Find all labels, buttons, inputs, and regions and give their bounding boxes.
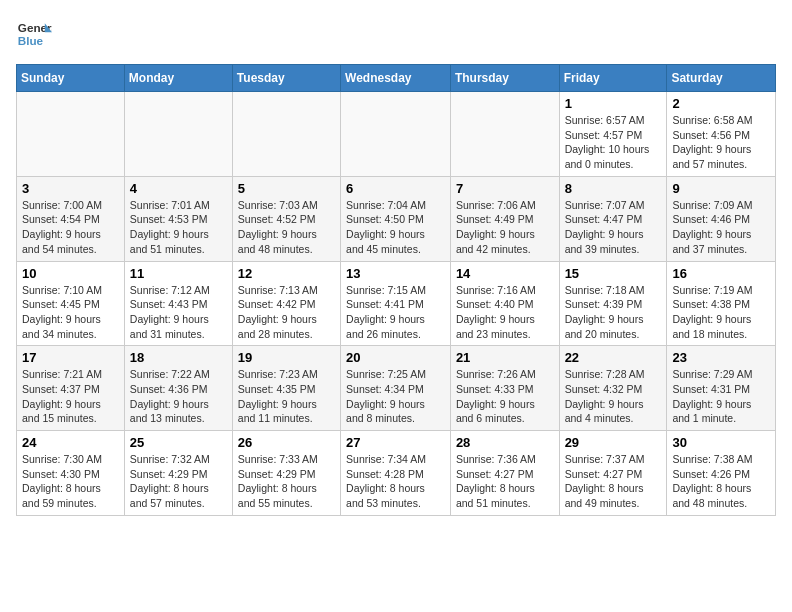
day-info: Sunrise: 7:03 AM Sunset: 4:52 PM Dayligh… [238, 198, 335, 257]
day-number: 7 [456, 181, 554, 196]
day-info: Sunrise: 7:21 AM Sunset: 4:37 PM Dayligh… [22, 367, 119, 426]
day-info: Sunrise: 7:22 AM Sunset: 4:36 PM Dayligh… [130, 367, 227, 426]
calendar-cell: 25Sunrise: 7:32 AM Sunset: 4:29 PM Dayli… [124, 431, 232, 516]
calendar-cell [232, 92, 340, 177]
day-number: 11 [130, 266, 227, 281]
day-info: Sunrise: 7:12 AM Sunset: 4:43 PM Dayligh… [130, 283, 227, 342]
page-header: General Blue [16, 16, 776, 52]
calendar-cell: 9Sunrise: 7:09 AM Sunset: 4:46 PM Daylig… [667, 176, 776, 261]
day-info: Sunrise: 7:32 AM Sunset: 4:29 PM Dayligh… [130, 452, 227, 511]
day-info: Sunrise: 7:15 AM Sunset: 4:41 PM Dayligh… [346, 283, 445, 342]
day-number: 29 [565, 435, 662, 450]
day-info: Sunrise: 7:23 AM Sunset: 4:35 PM Dayligh… [238, 367, 335, 426]
day-info: Sunrise: 7:10 AM Sunset: 4:45 PM Dayligh… [22, 283, 119, 342]
day-info: Sunrise: 7:16 AM Sunset: 4:40 PM Dayligh… [456, 283, 554, 342]
calendar-cell: 21Sunrise: 7:26 AM Sunset: 4:33 PM Dayli… [450, 346, 559, 431]
day-number: 3 [22, 181, 119, 196]
day-number: 6 [346, 181, 445, 196]
day-info: Sunrise: 7:18 AM Sunset: 4:39 PM Dayligh… [565, 283, 662, 342]
day-number: 5 [238, 181, 335, 196]
calendar-week-row: 1Sunrise: 6:57 AM Sunset: 4:57 PM Daylig… [17, 92, 776, 177]
calendar-week-row: 24Sunrise: 7:30 AM Sunset: 4:30 PM Dayli… [17, 431, 776, 516]
day-info: Sunrise: 7:29 AM Sunset: 4:31 PM Dayligh… [672, 367, 770, 426]
day-number: 17 [22, 350, 119, 365]
day-info: Sunrise: 7:00 AM Sunset: 4:54 PM Dayligh… [22, 198, 119, 257]
day-number: 2 [672, 96, 770, 111]
day-info: Sunrise: 7:30 AM Sunset: 4:30 PM Dayligh… [22, 452, 119, 511]
day-number: 27 [346, 435, 445, 450]
day-info: Sunrise: 7:01 AM Sunset: 4:53 PM Dayligh… [130, 198, 227, 257]
day-number: 12 [238, 266, 335, 281]
calendar-week-row: 17Sunrise: 7:21 AM Sunset: 4:37 PM Dayli… [17, 346, 776, 431]
calendar-cell: 24Sunrise: 7:30 AM Sunset: 4:30 PM Dayli… [17, 431, 125, 516]
day-number: 19 [238, 350, 335, 365]
day-info: Sunrise: 7:33 AM Sunset: 4:29 PM Dayligh… [238, 452, 335, 511]
calendar-cell: 20Sunrise: 7:25 AM Sunset: 4:34 PM Dayli… [341, 346, 451, 431]
day-info: Sunrise: 7:13 AM Sunset: 4:42 PM Dayligh… [238, 283, 335, 342]
calendar-cell: 6Sunrise: 7:04 AM Sunset: 4:50 PM Daylig… [341, 176, 451, 261]
day-info: Sunrise: 7:36 AM Sunset: 4:27 PM Dayligh… [456, 452, 554, 511]
logo-icon: General Blue [16, 16, 52, 52]
calendar-cell: 1Sunrise: 6:57 AM Sunset: 4:57 PM Daylig… [559, 92, 667, 177]
calendar-cell: 29Sunrise: 7:37 AM Sunset: 4:27 PM Dayli… [559, 431, 667, 516]
calendar-cell [17, 92, 125, 177]
day-info: Sunrise: 7:19 AM Sunset: 4:38 PM Dayligh… [672, 283, 770, 342]
day-number: 25 [130, 435, 227, 450]
calendar-cell: 27Sunrise: 7:34 AM Sunset: 4:28 PM Dayli… [341, 431, 451, 516]
day-info: Sunrise: 6:58 AM Sunset: 4:56 PM Dayligh… [672, 113, 770, 172]
logo: General Blue [16, 16, 52, 52]
day-number: 16 [672, 266, 770, 281]
day-number: 26 [238, 435, 335, 450]
day-info: Sunrise: 7:34 AM Sunset: 4:28 PM Dayligh… [346, 452, 445, 511]
weekday-header: Wednesday [341, 65, 451, 92]
day-info: Sunrise: 7:26 AM Sunset: 4:33 PM Dayligh… [456, 367, 554, 426]
day-info: Sunrise: 7:28 AM Sunset: 4:32 PM Dayligh… [565, 367, 662, 426]
calendar-cell: 4Sunrise: 7:01 AM Sunset: 4:53 PM Daylig… [124, 176, 232, 261]
day-number: 15 [565, 266, 662, 281]
calendar-cell: 15Sunrise: 7:18 AM Sunset: 4:39 PM Dayli… [559, 261, 667, 346]
day-info: Sunrise: 7:04 AM Sunset: 4:50 PM Dayligh… [346, 198, 445, 257]
calendar-table: SundayMondayTuesdayWednesdayThursdayFrid… [16, 64, 776, 516]
svg-text:Blue: Blue [18, 34, 44, 47]
day-number: 9 [672, 181, 770, 196]
calendar-cell [341, 92, 451, 177]
calendar-cell [124, 92, 232, 177]
weekday-header: Friday [559, 65, 667, 92]
calendar-cell: 19Sunrise: 7:23 AM Sunset: 4:35 PM Dayli… [232, 346, 340, 431]
day-info: Sunrise: 7:38 AM Sunset: 4:26 PM Dayligh… [672, 452, 770, 511]
day-number: 10 [22, 266, 119, 281]
weekday-header: Saturday [667, 65, 776, 92]
day-number: 20 [346, 350, 445, 365]
calendar-cell: 8Sunrise: 7:07 AM Sunset: 4:47 PM Daylig… [559, 176, 667, 261]
calendar-cell: 17Sunrise: 7:21 AM Sunset: 4:37 PM Dayli… [17, 346, 125, 431]
calendar-cell: 23Sunrise: 7:29 AM Sunset: 4:31 PM Dayli… [667, 346, 776, 431]
calendar-week-row: 3Sunrise: 7:00 AM Sunset: 4:54 PM Daylig… [17, 176, 776, 261]
calendar-cell: 28Sunrise: 7:36 AM Sunset: 4:27 PM Dayli… [450, 431, 559, 516]
weekday-header: Thursday [450, 65, 559, 92]
calendar-cell: 5Sunrise: 7:03 AM Sunset: 4:52 PM Daylig… [232, 176, 340, 261]
calendar-cell: 26Sunrise: 7:33 AM Sunset: 4:29 PM Dayli… [232, 431, 340, 516]
day-number: 30 [672, 435, 770, 450]
day-number: 24 [22, 435, 119, 450]
day-info: Sunrise: 6:57 AM Sunset: 4:57 PM Dayligh… [565, 113, 662, 172]
day-info: Sunrise: 7:07 AM Sunset: 4:47 PM Dayligh… [565, 198, 662, 257]
day-info: Sunrise: 7:37 AM Sunset: 4:27 PM Dayligh… [565, 452, 662, 511]
weekday-header: Monday [124, 65, 232, 92]
calendar-cell: 22Sunrise: 7:28 AM Sunset: 4:32 PM Dayli… [559, 346, 667, 431]
weekday-header-row: SundayMondayTuesdayWednesdayThursdayFrid… [17, 65, 776, 92]
day-number: 4 [130, 181, 227, 196]
calendar-cell: 18Sunrise: 7:22 AM Sunset: 4:36 PM Dayli… [124, 346, 232, 431]
day-number: 1 [565, 96, 662, 111]
calendar-cell: 10Sunrise: 7:10 AM Sunset: 4:45 PM Dayli… [17, 261, 125, 346]
day-number: 28 [456, 435, 554, 450]
calendar-cell: 16Sunrise: 7:19 AM Sunset: 4:38 PM Dayli… [667, 261, 776, 346]
day-number: 21 [456, 350, 554, 365]
day-number: 18 [130, 350, 227, 365]
calendar-cell: 13Sunrise: 7:15 AM Sunset: 4:41 PM Dayli… [341, 261, 451, 346]
calendar-cell: 12Sunrise: 7:13 AM Sunset: 4:42 PM Dayli… [232, 261, 340, 346]
calendar-cell: 14Sunrise: 7:16 AM Sunset: 4:40 PM Dayli… [450, 261, 559, 346]
calendar-cell: 11Sunrise: 7:12 AM Sunset: 4:43 PM Dayli… [124, 261, 232, 346]
calendar-week-row: 10Sunrise: 7:10 AM Sunset: 4:45 PM Dayli… [17, 261, 776, 346]
day-number: 22 [565, 350, 662, 365]
calendar-cell: 30Sunrise: 7:38 AM Sunset: 4:26 PM Dayli… [667, 431, 776, 516]
